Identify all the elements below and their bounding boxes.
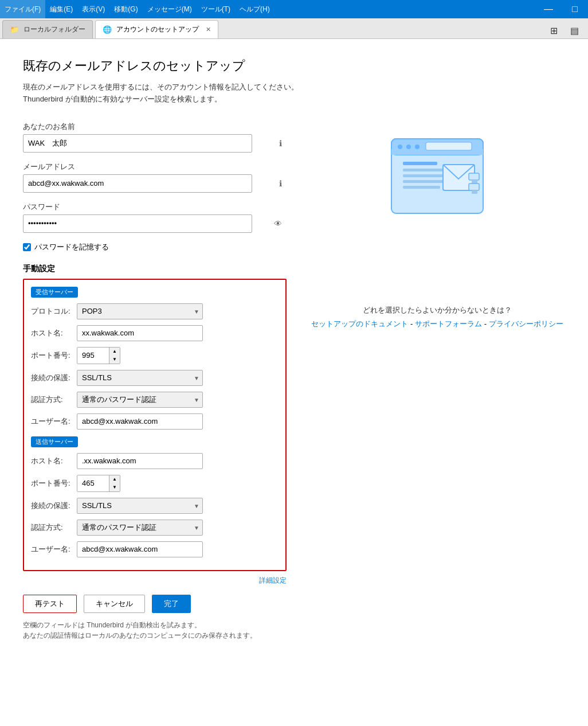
svg-point-4	[406, 145, 411, 149]
incoming-security-select[interactable]: SSL/TLS STARTTLS なし	[77, 370, 203, 386]
email-label: メールアドレス	[23, 162, 287, 172]
mail-illustration	[380, 133, 495, 236]
outgoing-port-up[interactable]: ▲	[109, 475, 120, 483]
menu-edit[interactable]: 編集(E)	[45, 0, 77, 18]
email-input-wrap: ℹ	[23, 174, 287, 193]
incoming-auth-select[interactable]: 通常のパスワード認証 暗号化されたパスワード認証 Kerberos/GSSAPI…	[77, 392, 203, 408]
outgoing-port-input[interactable]	[77, 475, 109, 491]
email-input[interactable]	[23, 174, 252, 193]
outgoing-hostname-row: ホスト名:	[31, 453, 279, 469]
tab-account-setup[interactable]: 🌐 アカウントのセットアップ ✕	[95, 20, 218, 38]
incoming-auth-label: 認証方式:	[31, 395, 77, 405]
manual-settings-box: 受信サーバー プロトコル: POP3 IMAP ▼	[23, 279, 287, 571]
svg-rect-8	[403, 169, 449, 171]
help-question: どれを選択したらよいか分からないときは？	[363, 305, 512, 315]
incoming-auth-select-wrap: 通常のパスワード認証 暗号化されたパスワード認証 Kerberos/GSSAPI…	[77, 392, 203, 408]
password-input[interactable]	[23, 214, 252, 233]
outgoing-port-down[interactable]: ▼	[109, 483, 120, 491]
outgoing-auth-select[interactable]: 通常のパスワード認証 暗号化されたパスワード認証 Kerberos/GSSAPI…	[77, 520, 203, 536]
eye-icon[interactable]: 👁	[274, 219, 282, 228]
tab-close-button[interactable]: ✕	[206, 26, 211, 33]
outgoing-security-select-wrap: SSL/TLS STARTTLS なし ▼	[77, 498, 203, 514]
maximize-button[interactable]: □	[562, 0, 588, 18]
password-field-group: パスワード 👁	[23, 202, 287, 233]
incoming-username-row: ユーザー名:	[31, 413, 279, 430]
help-separator1: -	[410, 319, 415, 328]
svg-rect-14	[472, 180, 477, 184]
incoming-port-group: ▲ ▼	[77, 347, 120, 364]
titlebar: ファイル(F) 編集(E) 表示(V) 移動(G) メッセージ(M) ツール(T…	[0, 0, 588, 18]
info-icon-email: ℹ	[279, 179, 282, 188]
menu-go[interactable]: 移動(G)	[109, 0, 142, 18]
menu-tools[interactable]: ツール(T)	[197, 0, 235, 18]
password-label: パスワード	[23, 202, 287, 212]
outgoing-port-label: ポート番号:	[31, 478, 77, 489]
button-row: 再テスト キャンセル 完了	[23, 595, 287, 613]
form-left: あなたのお名前 ℹ メールアドレス ℹ パスワード 👁	[23, 122, 287, 641]
incoming-security-label: 接続の保護:	[31, 373, 77, 383]
menu-message[interactable]: メッセージ(M)	[143, 0, 197, 18]
advanced-settings-link[interactable]: 詳細設定	[23, 576, 287, 586]
help-separator2: -	[484, 319, 489, 328]
folder-icon: 📁	[10, 25, 19, 34]
protocol-select[interactable]: POP3 IMAP	[77, 303, 203, 319]
menu-file[interactable]: ファイル(F)	[0, 0, 45, 18]
outgoing-port-spinners: ▲ ▼	[109, 475, 120, 491]
cancel-button[interactable]: キャンセル	[84, 595, 145, 613]
outgoing-server-section: 送信サーバー ホスト名: ポート番号: ▲ ▼	[31, 436, 279, 557]
incoming-hostname-label: ホスト名:	[31, 328, 77, 338]
svg-rect-13	[469, 173, 479, 180]
outgoing-username-label: ユーザー名:	[31, 544, 77, 555]
outgoing-auth-row: 認証方式: 通常のパスワード認証 暗号化されたパスワード認証 Kerberos/…	[31, 520, 279, 536]
incoming-username-input[interactable]	[77, 413, 203, 430]
incoming-auth-row: 認証方式: 通常のパスワード認証 暗号化されたパスワード認証 Kerberos/…	[31, 392, 279, 408]
tab-setup-label: アカウントのセットアップ	[116, 25, 199, 34]
password-input-wrap: 👁	[23, 214, 287, 233]
outgoing-auth-label: 認証方式:	[31, 522, 77, 533]
help-link-forum[interactable]: サポートフォーラム	[415, 319, 482, 328]
name-field-group: あなたのお名前 ℹ	[23, 122, 287, 153]
tab-local-label: ローカルフォルダー	[23, 25, 85, 34]
menu-help[interactable]: ヘルプ(H)	[235, 0, 275, 18]
outgoing-hostname-input[interactable]	[77, 453, 203, 469]
remember-password-checkbox[interactable]	[23, 243, 31, 251]
incoming-badge: 受信サーバー	[31, 287, 78, 298]
svg-rect-11	[403, 186, 440, 189]
minimize-button[interactable]: —	[535, 0, 562, 18]
incoming-security-row: 接続の保護: SSL/TLS STARTTLS なし ▼	[31, 370, 279, 386]
name-input[interactable]	[23, 134, 252, 153]
grid-icon-button[interactable]: ⊞	[544, 22, 563, 38]
layout-icon-button[interactable]: ▤	[565, 22, 583, 38]
svg-rect-9	[403, 174, 443, 177]
page-description: 現在のメールアドレスを使用するには、そのアカウント情報を記入してください。 Th…	[23, 81, 565, 106]
help-link-privacy[interactable]: プライバシーポリシー	[489, 319, 563, 328]
outgoing-security-select[interactable]: SSL/TLS STARTTLS なし	[77, 498, 203, 514]
remember-password-label: パスワードを記憶する	[34, 242, 109, 252]
page-desc-line1: 現在のメールアドレスを使用するには、そのアカウント情報を記入してください。	[23, 83, 299, 91]
form-right: どれを選択したらよいか分からないときは？ セットアップのドキュメント - サポー…	[309, 122, 565, 641]
incoming-hostname-row: ホスト名:	[31, 325, 279, 341]
globe-icon: 🌐	[103, 25, 112, 34]
incoming-port-down[interactable]: ▼	[109, 356, 120, 364]
incoming-port-input[interactable]	[77, 348, 109, 364]
incoming-port-up[interactable]: ▲	[109, 348, 120, 356]
incoming-port-label: ポート番号:	[31, 350, 77, 361]
done-button[interactable]: 完了	[152, 595, 191, 613]
menu-view[interactable]: 表示(V)	[77, 0, 109, 18]
outgoing-username-input[interactable]	[77, 541, 203, 557]
page-title: 既存のメールアドレスのセットアップ	[23, 57, 565, 75]
protocol-row: プロトコル: POP3 IMAP ▼	[31, 303, 279, 319]
svg-point-5	[415, 145, 420, 149]
help-link-docs[interactable]: セットアップのドキュメント	[311, 319, 408, 328]
outgoing-username-row: ユーザー名:	[31, 541, 279, 557]
outgoing-port-group: ▲ ▼	[77, 475, 120, 492]
email-field-group: メールアドレス ℹ	[23, 162, 287, 193]
outgoing-auth-select-wrap: 通常のパスワード認証 暗号化されたパスワード認証 Kerberos/GSSAPI…	[77, 520, 203, 536]
tab-local-folder[interactable]: 📁 ローカルフォルダー	[2, 20, 93, 38]
main-content: 既存のメールアドレスのセットアップ 現在のメールアドレスを使用するには、そのアカ…	[0, 39, 588, 726]
titlebar-controls: — □	[535, 0, 588, 18]
svg-rect-16	[472, 190, 477, 194]
name-label: あなたのお名前	[23, 122, 287, 132]
incoming-hostname-input[interactable]	[77, 325, 203, 341]
retest-button[interactable]: 再テスト	[23, 595, 77, 613]
